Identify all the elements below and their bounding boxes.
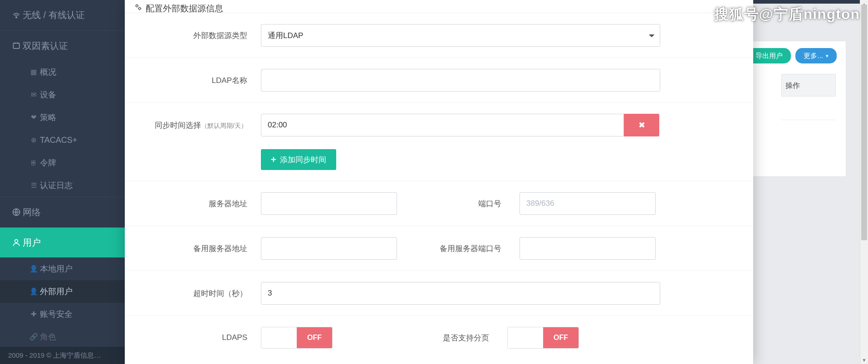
shield-icon: ⛨: [27, 159, 40, 167]
sidebar-sub-account-security[interactable]: ✚账号安全: [0, 303, 125, 325]
sidebar-item-network[interactable]: 网络: [0, 197, 125, 227]
sidebar-sub-role[interactable]: 🔗角色: [0, 325, 125, 348]
svg-point-0: [16, 16, 17, 18]
plus-icon: +: [271, 155, 276, 165]
backup-server-input[interactable]: [261, 237, 397, 260]
row-server: 服务器地址 端口号: [125, 181, 753, 226]
sidebar-label: 双因素认证: [23, 40, 68, 52]
label-sync-time: 同步时间选择（默认周期/天）: [138, 120, 261, 131]
user-icon: 👤: [27, 265, 40, 273]
datasource-type-select[interactable]: 通用LDAP: [261, 24, 660, 47]
link-icon: 🔗: [27, 333, 40, 341]
sidebar: 无线 / 有线认证 双因素认证 ▦概况 ✉设备 ❤策略 ⊕TACACS+ ⛨令牌…: [0, 0, 125, 364]
user-icon: 👤: [27, 287, 40, 296]
sidebar-item-user[interactable]: 用户: [0, 227, 125, 257]
sidebar-sub-authlog[interactable]: ☰认证日志: [0, 174, 125, 197]
sidebar-sub-policy[interactable]: ❤策略: [0, 106, 125, 129]
sidebar-label: 用户: [23, 237, 41, 249]
ldaps-toggle[interactable]: OFF: [261, 327, 333, 349]
puzzle-icon: ✚: [27, 310, 40, 318]
backup-port-input[interactable]: [520, 237, 656, 260]
toggle-off-seg: OFF: [543, 327, 579, 348]
sidebar-label: 网络: [23, 206, 41, 218]
globe-icon: [10, 208, 23, 217]
row-datasource-type: 外部数据源类型 通用LDAP: [125, 13, 753, 58]
table-header-action: 操作: [781, 74, 836, 97]
sidebar-sub-device[interactable]: ✉设备: [0, 83, 125, 106]
gears-icon: [134, 3, 142, 11]
row-sync-time: 同步时间选择（默认周期/天） ✖: [125, 102, 753, 147]
footer-copyright: 2009 - 2019 © 上海宁盾信息…: [0, 347, 125, 364]
paging-toggle[interactable]: OFF: [507, 327, 579, 349]
svg-point-3: [15, 239, 18, 243]
globe-icon: ⊕: [27, 136, 40, 144]
timeout-input[interactable]: [261, 282, 660, 305]
server-address-input[interactable]: [261, 192, 397, 215]
sidebar-sub-tacacs[interactable]: ⊕TACACS+: [0, 129, 125, 151]
row-ldap-name: LDAP名称: [125, 58, 753, 102]
label-datasource-type: 外部数据源类型: [138, 30, 261, 41]
user-icon: [10, 238, 23, 247]
sidebar-item-wireless-auth[interactable]: 无线 / 有线认证: [0, 0, 125, 30]
svg-point-5: [139, 8, 141, 10]
sidebar-item-2fa[interactable]: 双因素认证: [0, 30, 125, 61]
svg-point-4: [136, 5, 138, 7]
sidebar-sub-overview[interactable]: ▦概况: [0, 61, 125, 83]
more-button[interactable]: 更多...▾: [795, 48, 837, 63]
config-external-datasource-modal: 配置外部数据源信息 外部数据源类型 通用LDAP LDAP名称 同步时间选择（默…: [125, 0, 753, 364]
sidebar-sub-external-user[interactable]: 👤外部用户: [0, 280, 125, 303]
toggle-on-seg: [508, 327, 543, 348]
sidebar-sub-token[interactable]: ⛨令牌: [0, 151, 125, 174]
label-timeout: 超时时间（秒）: [138, 288, 261, 299]
sidebar-label: 无线 / 有线认证: [23, 9, 85, 21]
table-row: [781, 97, 836, 120]
scroll-thumb[interactable]: [861, 5, 867, 240]
grid-icon: ▦: [27, 68, 40, 76]
sync-time-input[interactable]: [261, 114, 624, 136]
svg-rect-1: [13, 43, 19, 49]
wifi-icon: [10, 11, 23, 20]
tag-icon: ❤: [27, 113, 40, 121]
row-backup-server: 备用服务器地址 备用服务器端口号: [125, 226, 753, 271]
close-icon: ✖: [638, 121, 645, 130]
toggle-on-seg: [261, 327, 297, 348]
toggle-off-seg: OFF: [297, 327, 332, 348]
row-ldaps: LDAPS OFF 是否支持分页 OFF: [125, 315, 753, 359]
badge-icon: [10, 41, 23, 50]
label-backup-port: 备用服务器端口号: [402, 243, 515, 254]
window-scrollbar[interactable]: ▲ ▼: [860, 4, 868, 364]
ldap-name-input[interactable]: [261, 69, 660, 92]
mail-icon: ✉: [27, 91, 40, 99]
chevron-down-icon: ▾: [826, 53, 829, 59]
bg-toolbar: ⇨导出用户 更多...▾: [739, 48, 837, 63]
sidebar-sub-local-user[interactable]: 👤本地用户: [0, 257, 125, 280]
label-ldap-name: LDAP名称: [138, 75, 261, 86]
delete-sync-time-button[interactable]: ✖: [624, 114, 659, 136]
label-ldaps: LDAPS: [138, 333, 261, 342]
port-input[interactable]: [520, 192, 656, 215]
label-backup-server: 备用服务器地址: [138, 243, 261, 254]
row-add-sync: +添加同步时间: [125, 147, 753, 181]
modal-title: 配置外部数据源信息: [125, 0, 753, 13]
label-server: 服务器地址: [138, 199, 261, 209]
add-sync-time-button[interactable]: +添加同步时间: [261, 149, 336, 170]
row-timeout: 超时时间（秒）: [125, 271, 753, 315]
scroll-down-icon[interactable]: ▼: [860, 356, 868, 364]
label-paging: 是否支持分页: [337, 333, 503, 343]
list-icon: ☰: [27, 181, 40, 189]
label-port: 端口号: [402, 199, 515, 209]
